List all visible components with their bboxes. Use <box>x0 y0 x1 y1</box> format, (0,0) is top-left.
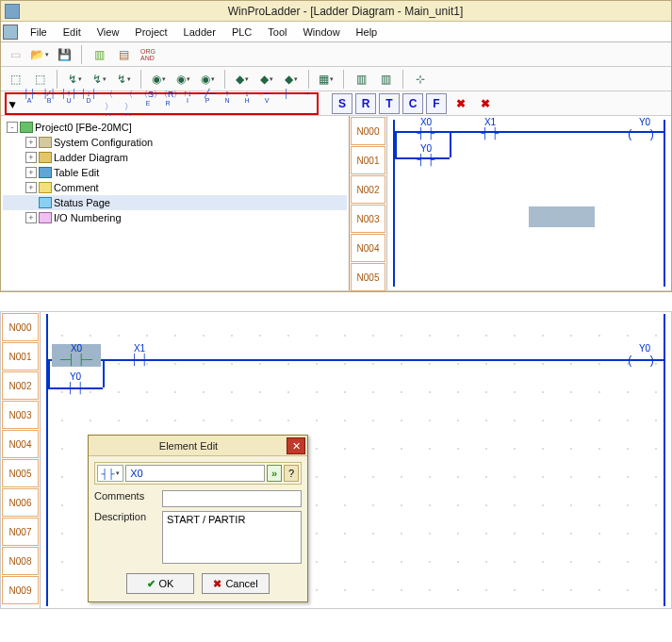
coil-y0[interactable]: Y0 ( ) <box>628 118 662 135</box>
tree-item-sysconfig[interactable]: + System Configuration <box>3 135 347 150</box>
project-tree[interactable]: - Project0 [FBe-20MC] + System Configura… <box>1 116 350 290</box>
menu-view[interactable]: View <box>90 25 127 40</box>
apply-icon[interactable]: » <box>267 465 282 482</box>
address-input[interactable] <box>125 465 265 482</box>
cursor-icon[interactable] <box>8 99 17 108</box>
tool-2-1[interactable]: ⬚ <box>5 69 25 90</box>
window-vert-icon[interactable]: ▤ <box>113 44 134 65</box>
dialog-titlebar[interactable]: Element Edit ✕ <box>89 436 307 456</box>
ladder-symbol-5[interactable]: 〈 〉Q <box>120 89 137 119</box>
rung-label[interactable]: N009 <box>2 576 39 604</box>
open-icon[interactable]: 📂▾ <box>29 44 50 65</box>
selection-cursor[interactable] <box>529 206 595 227</box>
expand-icon[interactable]: + <box>25 212 37 223</box>
expand-icon[interactable]: - <box>7 122 18 133</box>
expand-icon[interactable]: + <box>25 182 37 193</box>
rung-label[interactable]: N004 <box>2 430 39 458</box>
ladder-symbol-14[interactable]: → <box>298 89 315 119</box>
contact-x0[interactable]: X0 ┤ ├ <box>404 118 448 140</box>
tool-2-5[interactable]: ↯▾ <box>113 69 134 90</box>
tree-item-io[interactable]: + I/O Numbering <box>3 210 347 225</box>
rung-label[interactable]: N000 <box>2 313 39 341</box>
ladder-symbol-1[interactable]: ┤∕├B <box>41 89 57 119</box>
ladder-symbol-10[interactable]: ↑N <box>219 89 236 119</box>
tree-root[interactable]: - Project0 [FBe-20MC] <box>3 120 347 135</box>
tool-2-2[interactable]: ⬚ <box>29 69 50 90</box>
rung-label[interactable]: N003 <box>351 205 385 233</box>
ladder-canvas-detail[interactable]: X0 ─┤ ├─ X1 ┤ ├ Y0 ( ) Y0 ┤ ├ Element Ed… <box>41 312 671 608</box>
org-and-icon[interactable]: ORG AND <box>138 44 158 65</box>
coil-y0[interactable]: Y0 ( ) <box>628 344 662 361</box>
expand-icon[interactable]: + <box>25 152 37 163</box>
contact-type-dropdown[interactable]: ┤├▾ <box>97 465 123 482</box>
tree-item-table[interactable]: + Table Edit <box>3 165 347 180</box>
tree-item-ladder[interactable]: + Ladder Diagram <box>3 150 347 165</box>
ladder-symbol-8[interactable]: ↑↓I <box>179 89 196 119</box>
ladder-symbol-2[interactable]: ┤↑├U <box>60 89 77 119</box>
menu-tool[interactable]: Tool <box>260 25 294 40</box>
rung-label[interactable]: N006 <box>2 488 39 517</box>
ladder-symbol-0[interactable]: ┤├A <box>21 89 38 119</box>
coil-R-button[interactable]: R <box>355 93 376 114</box>
tree-item-status[interactable]: Status Page <box>3 195 347 210</box>
contact-x0-selected[interactable]: X0 ─┤ ├─ <box>52 344 101 367</box>
save-icon[interactable]: 💾 <box>54 44 74 65</box>
ladder-symbol-6[interactable]: 〈S〉E <box>139 89 156 119</box>
rung-label[interactable]: N005 <box>2 459 39 487</box>
menu-project[interactable]: Project <box>127 25 174 40</box>
tool-2-12[interactable]: ▦▾ <box>316 69 336 90</box>
tool-2-10[interactable]: ◆▾ <box>256 69 277 90</box>
contact-x1[interactable]: X1 ┤ ├ <box>118 344 161 367</box>
contact-y0-branch[interactable]: Y0 ┤ ├ <box>404 144 448 167</box>
menu-file[interactable]: File <box>23 25 55 40</box>
ladder-symbol-11[interactable]: ↓H <box>238 89 255 119</box>
coil-C-button[interactable]: C <box>402 93 423 114</box>
delete-all-icon[interactable]: ✖ <box>475 93 496 114</box>
rung-label[interactable]: N003 <box>2 401 39 429</box>
delete-icon[interactable]: ✖ <box>451 93 471 114</box>
ladder-symbol-4[interactable]: 〈 〉O <box>100 89 117 119</box>
coil-T-button[interactable]: T <box>379 93 400 114</box>
rung-label[interactable]: N005 <box>351 263 385 291</box>
ladder-symbol-9[interactable]: ─╱─P <box>199 89 216 119</box>
tool-2-9[interactable]: ◆▾ <box>232 69 253 90</box>
coil-S-button[interactable]: S <box>332 93 352 114</box>
description-input[interactable] <box>162 511 302 564</box>
ladder-symbol-7[interactable]: 〈R〉R <box>159 89 176 119</box>
tool-2-13[interactable]: ▥ <box>351 69 371 90</box>
info-icon[interactable]: ? <box>284 465 299 482</box>
menu-plc[interactable]: PLC <box>224 25 259 40</box>
comments-input[interactable] <box>162 490 302 507</box>
close-icon[interactable]: ✕ <box>287 437 305 454</box>
menu-help[interactable]: Help <box>349 25 385 40</box>
tool-2-11[interactable]: ◆▾ <box>281 69 302 90</box>
ladder-symbol-13[interactable]: │ <box>278 89 295 119</box>
tree-item-comment[interactable]: + Comment <box>3 180 347 195</box>
tool-2-6[interactable]: ◉▾ <box>148 69 169 90</box>
ok-button[interactable]: ✔ OK <box>126 573 194 594</box>
window-horiz-icon[interactable]: ▥ <box>89 44 109 65</box>
new-icon[interactable]: ▭ <box>5 44 25 65</box>
tool-2-15[interactable]: ⊹ <box>410 69 431 90</box>
tool-2-14[interactable]: ▥ <box>375 69 396 90</box>
tool-2-4[interactable]: ↯▾ <box>89 69 109 90</box>
menu-edit[interactable]: Edit <box>56 25 89 40</box>
menu-ladder[interactable]: Ladder <box>176 25 223 40</box>
ladder-canvas-top[interactable]: X0 ┤ ├ X1 ┤ ├ Y0 ( ) Y0 ┤ ├ <box>387 116 671 290</box>
menu-window[interactable]: Window <box>295 25 347 40</box>
contact-x1[interactable]: X1 ┤ ├ <box>468 118 512 140</box>
expand-icon[interactable]: + <box>25 137 37 148</box>
ladder-symbol-3[interactable]: ┤↓├D <box>80 89 97 119</box>
expand-icon[interactable]: + <box>25 167 37 178</box>
rung-label[interactable]: N000 <box>351 117 385 145</box>
cancel-button[interactable]: ✖ Cancel <box>202 573 270 594</box>
tool-2-3[interactable]: ↯▾ <box>64 69 85 90</box>
rung-label[interactable]: N002 <box>2 371 39 400</box>
rung-label[interactable]: N008 <box>2 547 39 575</box>
tool-2-7[interactable]: ◉▾ <box>172 69 193 90</box>
rung-label[interactable]: N001 <box>351 146 385 174</box>
ladder-symbol-12[interactable]: ─V <box>258 89 275 119</box>
contact-y0-branch[interactable]: Y0 ┤ ├ <box>54 372 97 395</box>
rung-label[interactable]: N004 <box>351 234 385 262</box>
rung-label[interactable]: N007 <box>2 518 39 546</box>
